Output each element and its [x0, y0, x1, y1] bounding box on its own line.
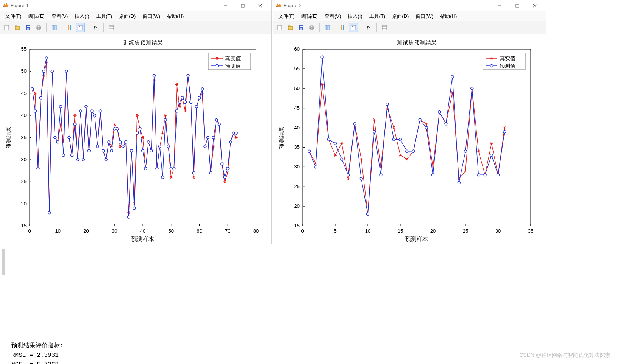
menu-edit[interactable]: 编辑(E) — [298, 12, 321, 20]
menu-insert[interactable]: 插入(I) — [72, 12, 92, 20]
svg-point-336 — [170, 167, 172, 170]
svg-point-355 — [223, 176, 226, 179]
insert-legend-icon[interactable] — [349, 23, 358, 32]
edit-plot-icon[interactable] — [364, 23, 373, 32]
axes-figure-1[interactable]: 01020304050607080152025303540455055训练集预测… — [0, 34, 271, 244]
open-icon[interactable] — [13, 23, 22, 32]
svg-point-323 — [133, 207, 136, 210]
axes-figure-2[interactable]: 0510152025303515202530354045505560测试集预测结… — [273, 34, 546, 244]
link-axes-icon[interactable] — [323, 23, 332, 32]
svg-point-306 — [85, 105, 87, 108]
svg-text:20: 20 — [21, 201, 27, 207]
svg-point-293 — [48, 211, 51, 214]
menu-insert[interactable]: 插入(I) — [345, 12, 365, 20]
svg-point-307 — [87, 149, 90, 152]
svg-rect-387 — [341, 25, 342, 30]
svg-text:45: 45 — [21, 90, 27, 96]
svg-point-549 — [432, 174, 434, 176]
svg-point-534 — [334, 142, 337, 145]
save-icon[interactable] — [23, 23, 33, 32]
menu-help[interactable]: 帮助(H) — [437, 12, 460, 20]
svg-point-343 — [190, 101, 192, 104]
edit-plot-icon[interactable] — [91, 23, 100, 32]
insert-colorbar-icon[interactable] — [338, 23, 347, 32]
menu-window[interactable]: 窗口(W) — [412, 12, 436, 20]
svg-text:15: 15 — [294, 223, 300, 229]
svg-text:0: 0 — [301, 228, 304, 234]
svg-point-310 — [96, 145, 99, 148]
svg-point-350 — [209, 171, 212, 174]
svg-text:80: 80 — [253, 228, 259, 234]
svg-point-559 — [497, 174, 500, 176]
svg-point-354 — [221, 163, 223, 165]
svg-text:训练集预测结果: 训练集预测结果 — [123, 39, 163, 46]
svg-point-544 — [399, 138, 402, 141]
close-button[interactable] — [526, 0, 544, 11]
close-button[interactable] — [251, 0, 269, 11]
matlab-icon — [2, 2, 8, 9]
titlebar: Figure 2 — [273, 0, 546, 11]
menu-view[interactable]: 查看(V) — [48, 12, 71, 20]
svg-point-537 — [353, 123, 356, 125]
scrollbar-thumb[interactable] — [2, 249, 5, 275]
menu-edit[interactable]: 编辑(E) — [25, 12, 48, 20]
svg-rect-386 — [328, 25, 330, 30]
open-property-inspector-icon[interactable] — [380, 23, 389, 32]
menu-help[interactable]: 帮助(H) — [164, 12, 187, 20]
svg-point-556 — [477, 174, 480, 176]
svg-rect-3 — [241, 4, 244, 7]
menu-tools[interactable]: 工具(T) — [93, 12, 116, 20]
maximize-button[interactable] — [509, 0, 526, 11]
svg-point-309 — [93, 114, 96, 117]
svg-rect-394 — [382, 25, 387, 30]
minimize-button[interactable] — [217, 0, 234, 11]
maximize-button[interactable] — [234, 0, 251, 11]
svg-point-319 — [122, 145, 124, 148]
svg-point-352 — [215, 118, 218, 121]
svg-rect-12 — [27, 28, 29, 30]
menu-tools[interactable]: 工具(T) — [366, 12, 389, 20]
open-icon[interactable] — [286, 23, 295, 32]
svg-point-338 — [175, 110, 178, 112]
new-figure-icon[interactable] — [275, 23, 284, 32]
svg-point-333 — [161, 176, 164, 179]
svg-point-341 — [184, 101, 187, 104]
link-axes-icon[interactable] — [50, 23, 59, 32]
print-icon[interactable] — [34, 23, 43, 32]
svg-point-320 — [125, 141, 127, 143]
svg-point-536 — [347, 174, 350, 176]
matlab-icon — [275, 2, 281, 9]
svg-point-313 — [105, 158, 107, 161]
svg-point-539 — [367, 213, 369, 215]
insert-legend-icon[interactable] — [76, 23, 85, 32]
svg-point-295 — [54, 136, 56, 139]
open-property-inspector-icon[interactable] — [107, 23, 116, 32]
svg-marker-393 — [367, 26, 370, 28]
menu-window[interactable]: 窗口(W) — [139, 12, 163, 20]
svg-point-550 — [438, 111, 441, 114]
print-icon[interactable] — [307, 23, 316, 32]
svg-point-541 — [380, 174, 382, 176]
svg-text:30: 30 — [21, 157, 27, 162]
menu-desktop[interactable]: 桌面(D) — [389, 12, 412, 20]
minimize-button[interactable] — [491, 0, 509, 11]
menu-file[interactable]: 文件(F) — [275, 12, 298, 20]
svg-point-292 — [45, 57, 48, 59]
svg-point-531 — [314, 166, 317, 168]
menu-view[interactable]: 查看(V) — [322, 12, 344, 20]
svg-text:真实值: 真实值 — [500, 55, 515, 61]
svg-point-316 — [113, 128, 116, 130]
new-figure-icon[interactable] — [2, 23, 11, 32]
menu-file[interactable]: 文件(F) — [2, 12, 25, 20]
svg-point-288 — [34, 110, 36, 112]
svg-text:60: 60 — [294, 46, 300, 52]
menu-desktop[interactable]: 桌面(D) — [116, 12, 139, 20]
svg-point-568 — [490, 65, 493, 67]
toolbar — [0, 21, 271, 34]
svg-rect-15 — [37, 28, 40, 30]
figure-window-2: Figure 2 文件(F) 编辑(E) 查看(V) 插入(I) 工具(T) 桌… — [273, 0, 546, 244]
insert-colorbar-icon[interactable] — [65, 23, 74, 32]
svg-point-546 — [412, 150, 415, 152]
svg-point-553 — [458, 181, 460, 184]
save-icon[interactable] — [297, 23, 306, 32]
